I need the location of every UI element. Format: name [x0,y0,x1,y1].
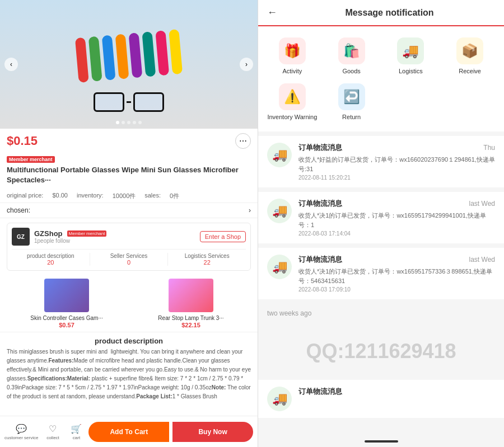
handle-bar [365,440,398,443]
truck-icon-2: 🚚 [267,199,292,223]
message-card-3[interactable]: 🚚 订单物流消息 last Wed 收货人*决1的订单已发货，订单号：wx165… [258,248,504,299]
dot-3 [127,121,130,124]
enter-shop-button[interactable]: Enter a Shop [200,231,246,242]
image-dot-indicators [116,121,142,124]
msg-content-1: 订单物流消息 Thu 收货人*好益的订单已发货，订单号：wx1660202376… [298,143,495,181]
dot-2 [122,121,125,124]
related-item-1[interactable]: Skin Controller Cases Gam··· $0.57 [7,279,127,328]
msg-day-2: last Wed [469,200,495,208]
watermark-qq: QQ:1211629418 [258,340,504,363]
heart-icon: ♡ [49,424,57,434]
related-name-1: Skin Controller Cases Gam··· [7,314,127,322]
original-price-label: original price: [7,192,43,200]
inventory-label: inventory: [77,192,104,200]
logistics-services-tab-label: Logistics Services [168,253,246,259]
product-title-area: Member merchant Multifunctional Portable… [0,151,258,190]
receive-label: Receive [459,68,481,74]
image-nav-arrows: ‹ › [0,58,258,71]
customer-service-button[interactable]: 💬 customer service [4,424,38,440]
inventory-label: Inventory Warning [267,114,317,120]
shop-stats: product description 20 Seller Services 0… [12,249,246,266]
message-card-1[interactable]: 🚚 订单物流消息 Thu 收货人*好益的订单已发货，订单号：wx16602023… [258,136,504,187]
sales-value: 0件 [170,192,179,200]
msg-content-2: 订单物流消息 last Wed 收货人*决1的订单已发货，订单号：wx16595… [298,199,495,237]
goods-label: Goods [342,68,360,74]
cart-icon: 🛒 [71,424,82,434]
product-desc-text: This miniglasses brush is super mini and… [0,347,258,406]
bottom-icons: 💬 customer service ♡ collect 🛒 cart [4,424,85,440]
cart-label: cart [73,435,80,440]
chevron-right-icon: › [249,206,251,214]
message-card-4[interactable]: 🚚 订单物流消息 [258,380,504,418]
related-products: Skin Controller Cases Gam··· $0.57 Rear … [0,275,258,332]
related-item-2[interactable]: Rear Stop Lamp Trunk 3··· $22.15 [131,279,251,328]
share-button[interactable]: ⋯ [235,133,251,149]
msg-subject-2: 订单物流消息 [298,199,342,209]
msg-body-2: 收货人*决1的订单已发货，订单号：wx165951794299941001,快递… [298,211,495,229]
add-to-cart-button[interactable]: Add To Cart [88,422,169,442]
product-desc-tab-label: product description [12,253,90,259]
goods-icon-circle: 🛍️ [338,37,365,64]
truck-icon-1: 🚚 [267,143,292,167]
watermark-area: QQ:1211629418 [258,323,504,380]
next-image-button[interactable]: › [240,58,253,71]
notification-activity[interactable]: 🎁 Activity [263,33,322,79]
message-card-2[interactable]: 🚚 订单物流消息 last Wed 收货人*决1的订单已发货，订单号：wx165… [258,192,504,243]
shop-name-area: GZShop Member merchant 1people follow [34,229,106,244]
notification-inventory[interactable]: ⚠️ Inventory Warning [263,79,322,125]
message-title: Message notification [284,8,495,18]
product-price: $0.15 [7,134,38,148]
msg-top-row-1: 订单物流消息 Thu [298,143,495,153]
activity-icon-circle: 🎁 [279,37,306,64]
message-notification-panel: ← Message notification 🎁 Activity 🛍️ Goo… [258,0,504,447]
truck-icon-4: 🚚 [267,387,292,411]
notification-return[interactable]: ↩️ Return [322,79,381,125]
prev-image-button[interactable]: ‹ [4,58,18,71]
seller-stat: 0 [90,259,168,266]
messages-list: 🚚 订单物流消息 Thu 收货人*好益的订单已发货，订单号：wx16602023… [258,136,504,436]
activity-label: Activity [282,68,302,74]
shop-member-badge: Member merchant [67,230,107,237]
msg-day-3: last Wed [469,256,495,264]
msg-top-row-2: 订单物流消息 last Wed [298,199,495,209]
seller-services-tab-label: Seller Services [90,253,168,259]
notification-receive[interactable]: 📦 Receive [440,33,500,79]
product-title: Multifunctional Portable Glasses Wipe Mi… [7,165,251,185]
msg-body-1: 收货人*好益的订单已发货，订单号：wx166020237690１294861,快… [298,155,495,173]
shop-header: GZ GZShop Member merchant 1people follow… [12,228,246,246]
msg-content-3: 订单物流消息 last Wed 收货人*决1的订单已发货，订单号：wx16595… [298,255,495,293]
collect-label: collect [46,435,59,440]
logistics-label: Logistics [399,68,423,74]
logistics-icon-circle: 🚚 [397,37,424,64]
member-tag: Member merchant [7,156,55,163]
msg-date-1: 2022-08-11 15:20:21 [298,175,495,181]
price-bar: $0.15 ⋯ [0,129,258,151]
brush-5 [129,32,143,78]
brush-row [75,29,183,83]
back-button[interactable]: ← [267,7,277,18]
msg-body-3: 收货人*决1的订单已发货，订单号：wx165951757336３898651,快… [298,267,495,285]
collect-button[interactable]: ♡ collect [44,424,62,440]
section-divider: two weeks ago [258,304,504,323]
shop-name: GZShop [34,229,63,238]
related-thumb-1 [44,279,89,312]
choose-row[interactable]: chosen: › [0,203,258,218]
buy-now-button[interactable]: Buy Now [172,422,253,442]
related-price-1: $0.57 [7,322,127,328]
shop-followers: 1people follow [34,238,106,244]
shop-avatar: GZ [12,228,30,246]
sales-label: sales: [144,192,161,200]
msg-subject-1: 订单物流消息 [298,143,342,153]
bottom-bar: 💬 customer service ♡ collect 🛒 cart Add … [0,416,258,447]
notification-logistics[interactable]: 🚚 Logistics [381,33,441,79]
related-thumb-2 [169,279,213,312]
bottom-handle [258,436,504,447]
shop-info-card: GZ GZShop Member merchant 1people follow… [7,223,251,271]
notification-goods[interactable]: 🛍️ Goods [322,33,381,79]
cart-button[interactable]: 🛒 cart [67,424,85,440]
original-price-value: $0.00 [52,192,68,200]
brush-4 [115,34,129,79]
inventory-icon-circle: ⚠️ [279,83,306,110]
truck-icon-3: 🚚 [267,255,292,279]
customer-service-icon: 💬 [16,424,27,434]
